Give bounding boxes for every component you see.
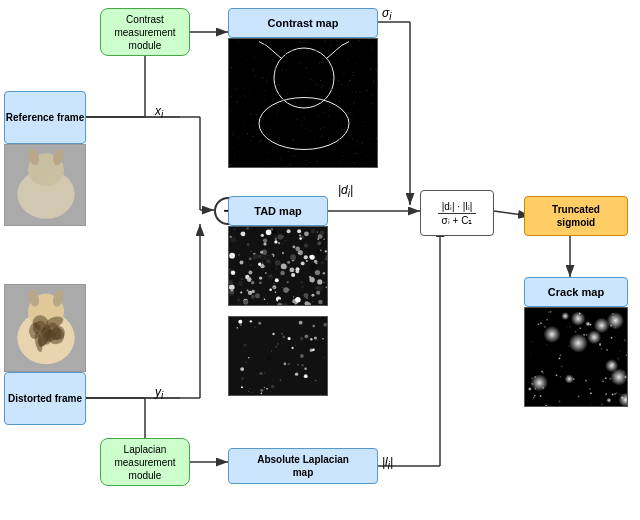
abs-di-label: |di| (338, 183, 353, 199)
contrast-module-label: Contrastmeasurementmodule (114, 13, 175, 52)
tad-map-image-2 (228, 316, 328, 396)
reference-frame-image (4, 144, 86, 226)
formula-box: |dᵢ| · |lᵢ| σᵢ + C₁ (420, 190, 494, 236)
contrast-map-label: Contrast map (268, 17, 339, 29)
diagram-container: Reference frame Distorted frame Contrast… (0, 0, 640, 520)
distorted-frame-image (4, 284, 86, 372)
yi-label: yi (155, 385, 163, 401)
formula-denominator: σᵢ + C₁ (438, 214, 477, 227)
tad-map-image-1 (228, 226, 328, 306)
truncated-sigmoid-box: Truncatedsigmoid (524, 196, 628, 236)
reference-frame-box: Reference frame (4, 91, 86, 144)
tad-map-box: TAD map (228, 196, 328, 226)
contrast-map-image (228, 38, 378, 168)
tad-map-label: TAD map (254, 205, 301, 217)
sigma-label: σi (382, 6, 391, 22)
abs-laplacian-box: Absolute Laplacianmap (228, 448, 378, 484)
xi-label: xi (155, 104, 163, 120)
crack-map-label: Crack map (548, 286, 604, 298)
laplacian-module-box: Laplacianmeasurementmodule (100, 438, 190, 486)
abs-li-label: |li| (382, 455, 393, 471)
contrast-map-box: Contrast map (228, 8, 378, 38)
abs-laplacian-label: Absolute Laplacianmap (257, 453, 349, 479)
laplacian-module-label: Laplacianmeasurementmodule (114, 443, 175, 482)
crack-map-image (524, 307, 628, 407)
crack-map-box: Crack map (524, 277, 628, 307)
formula-numerator: |dᵢ| · |lᵢ| (438, 200, 477, 214)
contrast-module-box: Contrastmeasurementmodule (100, 8, 190, 56)
distorted-frame-label: Distorted frame (8, 393, 82, 404)
truncated-sigmoid-label: Truncatedsigmoid (552, 203, 600, 229)
formula-fraction: |dᵢ| · |lᵢ| σᵢ + C₁ (438, 200, 477, 227)
distorted-frame-box: Distorted frame (4, 372, 86, 425)
reference-frame-label: Reference frame (6, 112, 84, 123)
